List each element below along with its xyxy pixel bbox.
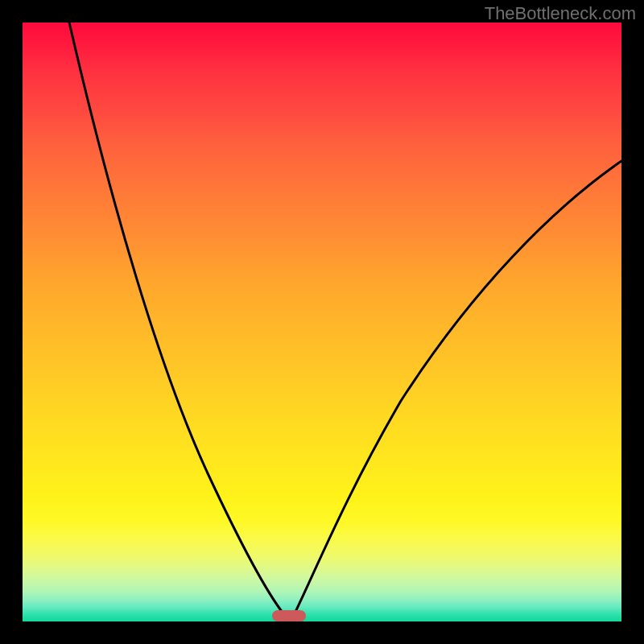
bottleneck-marker	[272, 610, 306, 621]
watermark-text: TheBottleneck.com	[485, 3, 636, 24]
left-curve	[69, 23, 286, 617]
right-curve	[293, 161, 621, 617]
chart-curves	[23, 23, 621, 621]
chart-frame: TheBottleneck.com	[0, 0, 644, 644]
chart-plot-area	[23, 23, 621, 621]
